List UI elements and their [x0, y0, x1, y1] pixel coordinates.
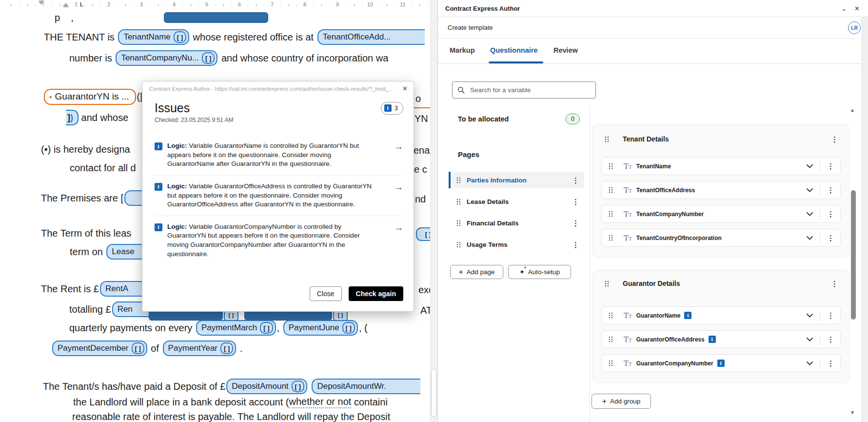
document-scrollbar[interactable] — [430, 0, 437, 422]
variable-item[interactable]: TTGuarantorOfficeAddressi⋮ — [601, 330, 841, 348]
page-item[interactable]: Financial Details⋮ — [449, 215, 584, 231]
variable-item[interactable]: TTTenantOfficeAddress⋮ — [601, 181, 841, 199]
drag-handle[interactable] — [456, 241, 461, 248]
scroll-down-arrow[interactable]: ▼ — [850, 410, 855, 415]
issue-item[interactable]: iLogic: Variable GuarantorName is contro… — [155, 135, 403, 175]
variable-item[interactable]: TTTenantCountryOfIncorporation⋮ — [601, 229, 841, 247]
close-icon[interactable]: ✕ — [402, 85, 408, 92]
document-line: The Term of this leas — [41, 225, 131, 241]
close-button[interactable]: Close — [310, 286, 342, 301]
auto-setup-button[interactable]: ✦✦ Auto-setup — [508, 265, 571, 279]
variable-item[interactable]: TTGuarantorNamei⋮ — [601, 306, 841, 324]
ruler-tick — [35, 5, 36, 6]
template-field[interactable]: TenantName[ ] — [118, 29, 189, 45]
expand-chevron[interactable] — [807, 212, 813, 216]
drag-handle[interactable] — [609, 312, 613, 319]
expand-chevron[interactable] — [807, 362, 813, 365]
variable-item[interactable]: TTGuarantorCompanyNumberi⋮ — [601, 354, 841, 372]
kebab-menu-icon[interactable]: ⋮ — [831, 136, 838, 143]
kebab-menu-icon[interactable]: ⋮ — [827, 360, 834, 367]
drag-handle[interactable] — [609, 360, 613, 366]
field-brackets: [ ] — [260, 322, 273, 334]
add-page-button[interactable]: + Add page — [450, 265, 503, 279]
document-scrollbar-thumb[interactable] — [431, 369, 436, 417]
tab-markup[interactable]: Markup — [450, 46, 475, 54]
page-item[interactable]: Lease Details⋮ — [449, 193, 584, 210]
field-brackets: [ ] — [220, 342, 233, 354]
chevron-down-icon[interactable]: ⌄ — [841, 5, 847, 12]
scroll-up-arrow[interactable]: ▲ — [850, 107, 855, 113]
info-icon: i — [709, 336, 716, 343]
kebab-menu-icon[interactable]: ⋮ — [827, 234, 834, 241]
check-again-button[interactable]: Check again — [349, 286, 403, 301]
expand-chevron[interactable] — [807, 314, 813, 318]
tab-review[interactable]: Review — [553, 46, 578, 54]
kebab-menu-icon[interactable]: ⋮ — [572, 241, 579, 248]
kebab-menu-icon[interactable]: ⋮ — [831, 280, 838, 287]
issue-item[interactable]: iLogic: Variable GuarantorOfficeAddress … — [155, 175, 403, 216]
drag-handle[interactable] — [609, 336, 613, 342]
selected-field-bar[interactable] — [164, 12, 268, 23]
kebab-menu-icon[interactable]: ⋮ — [572, 198, 579, 205]
avatar[interactable]: LR — [848, 21, 861, 34]
template-field[interactable]: PaymentYear[ ] — [163, 341, 237, 356]
go-to-issue-arrow-icon[interactable]: → — [394, 222, 403, 259]
drag-handle[interactable] — [609, 163, 613, 169]
kebab-menu-icon[interactable]: ⋮ — [572, 220, 579, 227]
kebab-menu-icon[interactable]: ⋮ — [827, 186, 834, 194]
page-item[interactable]: Usage Terms⋮ — [449, 236, 584, 253]
template-field[interactable]: PaymentMarch[ ] — [196, 320, 276, 336]
expand-chevron[interactable] — [807, 338, 813, 342]
drag-handle[interactable] — [609, 211, 613, 217]
horizontal-ruler[interactable]: L 1234567891011 — [0, 0, 437, 10]
issue-item[interactable]: iLogic: Variable GuarantorCompanyNumber … — [155, 216, 403, 265]
search-input[interactable] — [469, 86, 573, 94]
expand-chevron[interactable] — [807, 164, 813, 168]
kebab-menu-icon[interactable]: ⋮ — [827, 336, 834, 343]
drag-handle[interactable] — [609, 235, 613, 241]
template-field[interactable]: TenantCompanyNu...[ ] — [116, 50, 217, 66]
expand-chevron[interactable] — [807, 236, 813, 240]
active-tab-underline — [489, 61, 543, 63]
add-group-button[interactable]: + Add group — [592, 394, 651, 409]
variable-item[interactable]: TTTenantCompanyNumber⋮ — [601, 205, 841, 223]
go-to-issue-arrow-icon[interactable]: → — [394, 182, 403, 209]
close-pane-icon[interactable]: ✕ — [854, 5, 860, 12]
template-field[interactable]: DepositAmountWr. — [312, 379, 420, 394]
template-field[interactable]: TenantOfficeAdd... — [317, 29, 425, 45]
field-close-bracket[interactable]: ]) — [66, 110, 79, 125]
drag-handle-icon — [609, 235, 613, 241]
tab-stop-marker[interactable]: L — [80, 2, 86, 7]
go-to-issue-arrow-icon[interactable]: → — [394, 141, 403, 169]
template-field[interactable]: PaymentJune[ ] — [283, 320, 358, 336]
drag-handle[interactable] — [605, 281, 609, 287]
template-field[interactable]: DepositAmount[ ] — [226, 379, 307, 394]
tab-questionnaire[interactable]: Questionnaire — [490, 46, 538, 54]
kebab-menu-icon[interactable]: ⋮ — [827, 312, 834, 319]
drag-handle[interactable] — [609, 187, 613, 193]
pane-scrollbar-thumb[interactable] — [851, 190, 856, 320]
pane-resize-gutter[interactable] — [862, 17, 868, 422]
variable-name: GuarantorName — [636, 312, 681, 319]
ruler-tick — [100, 5, 101, 6]
template-field[interactable]: PaymentDecember[ ] — [52, 341, 147, 356]
pane-subheader: Create template LR — [438, 17, 868, 39]
ruler-tick — [182, 5, 183, 6]
ruler-number: 4 — [173, 1, 176, 7]
ruler-number: 8 — [303, 1, 306, 7]
variable-search[interactable] — [452, 81, 596, 99]
page-item[interactable]: Parties Information⋮ — [449, 172, 584, 188]
create-template-label: Create template — [448, 24, 493, 31]
page-label: Financial Details — [467, 220, 519, 227]
kebab-menu-icon[interactable]: ⋮ — [572, 177, 579, 184]
ruler-number: 5 — [205, 1, 208, 7]
variable-item[interactable]: TTTenantName⋮ — [601, 157, 841, 175]
kebab-menu-icon[interactable]: ⋮ — [827, 210, 834, 218]
drag-handle[interactable] — [605, 136, 609, 142]
drag-handle[interactable] — [456, 177, 461, 183]
kebab-menu-icon[interactable]: ⋮ — [827, 162, 834, 170]
expand-chevron[interactable] — [807, 188, 813, 192]
condition-field[interactable]: ◂GuarantorYN is ... — [44, 89, 136, 105]
drag-handle[interactable] — [456, 220, 461, 226]
drag-handle[interactable] — [456, 199, 461, 205]
